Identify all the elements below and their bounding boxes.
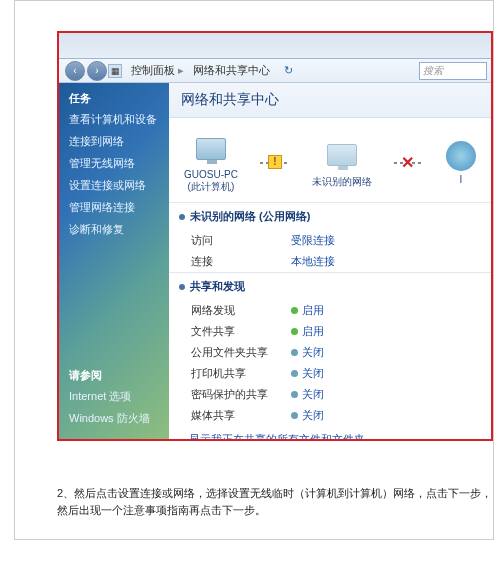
crumb-page[interactable]: 网络和共享中心: [193, 63, 270, 78]
refresh-icon[interactable]: ↻: [284, 64, 293, 77]
link-broken: ✕: [394, 162, 424, 164]
net-section-title: 未识别的网络 (公用网络): [169, 203, 491, 230]
sidebar-item-connect[interactable]: 连接到网络: [69, 134, 169, 149]
node-local-sub: (此计算机): [184, 180, 238, 194]
warning-icon: !: [268, 155, 282, 169]
see-also-heading: 请参阅: [69, 368, 150, 383]
instruction-line: 然后出现一个注意事项指南再点击下一步。: [57, 502, 493, 519]
status-dot-icon: [291, 412, 298, 419]
status-dot-icon: [291, 391, 298, 398]
nav-forward-button[interactable]: ›: [87, 61, 107, 81]
node-local-name: GUOSU-PC: [184, 169, 238, 180]
node-internet: I: [446, 141, 476, 185]
share-label: 打印机共享: [191, 366, 291, 381]
node-local: GUOSU-PC (此计算机): [184, 132, 238, 194]
doc-instructions: 2、然后点击设置连接或网络，选择设置无线临时（计算机到计算机）网络，点击下一步，…: [57, 485, 493, 518]
crumb-sep-icon: ▸: [178, 64, 184, 77]
share-row: 公用文件夹共享关闭: [169, 342, 491, 363]
computer-icon: [327, 144, 357, 166]
nav-back-button[interactable]: ‹: [65, 61, 85, 81]
see-also-firewall[interactable]: Windows 防火墙: [69, 411, 150, 426]
view-shared-link[interactable]: 显示我正在共享的所有文件和文件夹: [189, 432, 491, 441]
sidebar-item-devices[interactable]: 查看计算机和设备: [69, 112, 169, 127]
share-label: 媒体共享: [191, 408, 291, 423]
node-network: 未识别的网络: [312, 138, 372, 189]
share-row: 打印机共享关闭: [169, 363, 491, 384]
share-value[interactable]: 关闭: [291, 366, 324, 381]
disclosure-icon[interactable]: [179, 284, 185, 290]
see-also-internet[interactable]: Internet 选项: [69, 389, 150, 404]
link-warning: !: [260, 162, 290, 164]
status-row: 访问受限连接: [169, 230, 491, 251]
status-dot-icon: [291, 328, 298, 335]
control-panel-window: ‹ › ▦ 控制面板 ▸ 网络和共享中心 ↻ 搜索 任务 查看计算机和设备 连接…: [57, 31, 493, 441]
crumb-panel[interactable]: 控制面板: [131, 63, 175, 78]
share-value[interactable]: 关闭: [291, 408, 324, 423]
page-title: 网络和共享中心: [169, 83, 491, 118]
node-internet-name: I: [446, 174, 476, 185]
share-row: 文件共享启用: [169, 321, 491, 342]
main-content: 网络和共享中心 GUOSU-PC (此计算机) ! 未识别的网络 ✕ I 未识别…: [169, 83, 491, 441]
share-value[interactable]: 关闭: [291, 345, 324, 360]
status-dot-icon: [291, 349, 298, 356]
cross-icon: ✕: [401, 153, 417, 169]
tasks-heading: 任务: [69, 91, 169, 106]
footer-links: 显示我正在共享的所有文件和文件夹: [169, 426, 491, 441]
network-diagram: GUOSU-PC (此计算机) ! 未识别的网络 ✕ I: [169, 118, 491, 202]
window-titlebar: [59, 33, 491, 59]
sidebar-item-diagnose[interactable]: 诊断和修复: [69, 222, 169, 237]
status-dot-icon: [291, 307, 298, 314]
share-value[interactable]: 关闭: [291, 387, 324, 402]
share-row: 媒体共享关闭: [169, 405, 491, 426]
share-row: 密码保护的共享关闭: [169, 384, 491, 405]
instruction-line: 2、然后点击设置连接或网络，选择设置无线临时（计算机到计算机）网络，点击下一步，: [57, 485, 493, 502]
sidebar-item-manage[interactable]: 管理网络连接: [69, 200, 169, 215]
sidebar-item-setup[interactable]: 设置连接或网络: [69, 178, 169, 193]
share-label: 公用文件夹共享: [191, 345, 291, 360]
disclosure-icon[interactable]: [179, 214, 185, 220]
sidebar-item-wireless[interactable]: 管理无线网络: [69, 156, 169, 171]
share-value[interactable]: 启用: [291, 324, 324, 339]
computer-icon: [196, 138, 226, 160]
globe-icon: [446, 141, 476, 171]
status-dot-icon: [291, 370, 298, 377]
network-status-section: 未识别的网络 (公用网络) 访问受限连接 连接本地连接: [169, 202, 491, 272]
task-sidebar: 任务 查看计算机和设备 连接到网络 管理无线网络 设置连接或网络 管理网络连接 …: [59, 83, 169, 441]
control-panel-icon: ▦: [108, 64, 122, 78]
share-value[interactable]: 启用: [291, 303, 324, 318]
share-section-title: 共享和发现: [169, 273, 491, 300]
search-input[interactable]: 搜索: [419, 62, 487, 80]
breadcrumb-bar: ‹ › ▦ 控制面板 ▸ 网络和共享中心 ↻ 搜索: [59, 59, 491, 83]
share-label: 网络发现: [191, 303, 291, 318]
status-row: 连接本地连接: [169, 251, 491, 272]
node-network-name: 未识别的网络: [312, 175, 372, 189]
share-label: 密码保护的共享: [191, 387, 291, 402]
sharing-section: 共享和发现 网络发现启用文件共享启用公用文件夹共享关闭打印机共享关闭密码保护的共…: [169, 272, 491, 426]
share-label: 文件共享: [191, 324, 291, 339]
share-row: 网络发现启用: [169, 300, 491, 321]
